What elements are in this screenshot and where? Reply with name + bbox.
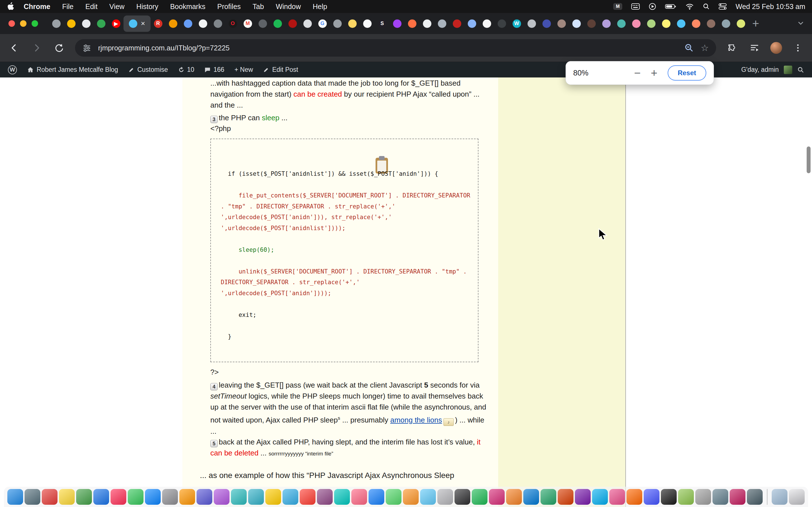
dock-app-icon[interactable] bbox=[351, 489, 367, 505]
tab-search-button[interactable] bbox=[797, 19, 805, 27]
dock-app-icon[interactable] bbox=[472, 489, 488, 505]
browser-tab[interactable]: S bbox=[375, 13, 390, 34]
dock-app-icon[interactable] bbox=[214, 489, 230, 505]
scrollbar-thumb[interactable] bbox=[807, 147, 811, 173]
dock-app-icon[interactable] bbox=[712, 489, 728, 505]
profile-avatar[interactable] bbox=[770, 42, 782, 54]
admin-bar-greeting[interactable]: G'day, admin bbox=[741, 66, 779, 73]
browser-tab[interactable] bbox=[330, 13, 345, 34]
dock-app-icon[interactable] bbox=[403, 489, 419, 505]
dock-app-icon[interactable] bbox=[541, 489, 556, 505]
browser-tab[interactable] bbox=[673, 13, 689, 34]
browser-tab[interactable] bbox=[703, 13, 718, 34]
browser-tab[interactable] bbox=[689, 13, 703, 34]
admin-search-icon[interactable] bbox=[797, 66, 804, 73]
admin-bar-updates[interactable]: 10 bbox=[178, 66, 195, 73]
dock-app-icon[interactable] bbox=[575, 489, 591, 505]
browser-tab[interactable] bbox=[449, 13, 464, 34]
browser-tab-active[interactable]: × bbox=[123, 15, 151, 32]
browser-tab[interactable] bbox=[210, 13, 225, 34]
menu-chrome[interactable]: Chrome bbox=[24, 3, 50, 11]
spotlight-icon[interactable] bbox=[703, 3, 710, 10]
browser-tab[interactable] bbox=[659, 13, 673, 34]
menubar-app-badge-icon[interactable]: M bbox=[613, 3, 622, 10]
browser-tab[interactable] bbox=[644, 13, 659, 34]
browser-tab[interactable] bbox=[165, 13, 181, 34]
close-window-button[interactable] bbox=[8, 20, 15, 27]
dock-app-icon[interactable] bbox=[283, 489, 298, 505]
browser-tab[interactable] bbox=[479, 13, 494, 34]
dock-app-icon[interactable] bbox=[747, 489, 763, 505]
menu-tab[interactable]: Tab bbox=[253, 3, 264, 11]
url-text[interactable]: rjmprogramming.com.au/ITblog/?p=72225 bbox=[98, 44, 677, 52]
zoom-indicator-icon[interactable] bbox=[684, 43, 694, 53]
dock-app-icon[interactable] bbox=[197, 489, 212, 505]
dock-app-icon[interactable] bbox=[661, 489, 677, 505]
dock-app-icon[interactable] bbox=[386, 489, 402, 505]
dock-app-icon[interactable] bbox=[592, 489, 608, 505]
browser-tab[interactable] bbox=[405, 13, 419, 34]
dock-app-icon[interactable] bbox=[609, 489, 625, 505]
reload-button[interactable] bbox=[52, 41, 66, 55]
wifi-icon[interactable] bbox=[686, 3, 694, 10]
browser-tab[interactable] bbox=[255, 13, 270, 34]
browser-tab[interactable] bbox=[524, 13, 539, 34]
dock-app-icon[interactable] bbox=[334, 489, 350, 505]
dock-app-icon[interactable] bbox=[730, 489, 746, 505]
dock-app-icon[interactable] bbox=[317, 489, 333, 505]
dock-app-icon[interactable] bbox=[644, 489, 659, 505]
back-button[interactable] bbox=[7, 41, 21, 55]
browser-tab[interactable] bbox=[435, 13, 449, 34]
admin-bar-customise[interactable]: Customise bbox=[128, 66, 168, 73]
dock-app-icon[interactable] bbox=[455, 489, 470, 505]
browser-tab[interactable] bbox=[718, 13, 733, 34]
dock-app-icon[interactable] bbox=[437, 489, 453, 505]
browser-tab[interactable] bbox=[599, 13, 614, 34]
browser-tab[interactable]: W bbox=[509, 13, 524, 34]
admin-bar-comments[interactable]: 166 bbox=[204, 66, 224, 73]
menu-bookmarks[interactable]: Bookmarks bbox=[170, 3, 205, 11]
browser-tab[interactable] bbox=[464, 13, 479, 34]
site-settings-icon[interactable] bbox=[82, 43, 91, 52]
browser-tab[interactable] bbox=[494, 13, 509, 34]
close-tab-icon[interactable]: × bbox=[141, 19, 145, 28]
dock-app-icon[interactable] bbox=[145, 489, 161, 505]
browser-tab[interactable]: M bbox=[240, 13, 255, 34]
menu-help[interactable]: Help bbox=[313, 3, 327, 11]
control-center-icon[interactable] bbox=[719, 3, 726, 10]
dock-app-icon[interactable] bbox=[7, 489, 23, 505]
bookmark-star-icon[interactable]: ☆ bbox=[701, 43, 709, 53]
browser-tab[interactable] bbox=[345, 13, 360, 34]
dock-app-icon[interactable] bbox=[59, 489, 75, 505]
browser-tab[interactable] bbox=[614, 13, 629, 34]
browser-tab[interactable] bbox=[94, 13, 109, 34]
apple-menu[interactable] bbox=[7, 2, 14, 11]
menu-file[interactable]: File bbox=[62, 3, 73, 11]
zoom-window-button[interactable] bbox=[32, 20, 38, 27]
dock-trash-icon[interactable] bbox=[789, 489, 805, 505]
browser-tab[interactable] bbox=[270, 13, 285, 34]
browser-tab[interactable]: O bbox=[225, 13, 240, 34]
menu-edit[interactable]: Edit bbox=[86, 3, 98, 11]
browser-tab[interactable] bbox=[629, 13, 644, 34]
browser-tab[interactable] bbox=[64, 13, 79, 34]
dock-app-icon[interactable] bbox=[93, 489, 109, 505]
browser-tab[interactable] bbox=[195, 13, 210, 34]
browser-tab[interactable]: R bbox=[151, 13, 165, 34]
admin-bar-edit-post[interactable]: Edit Post bbox=[263, 66, 298, 73]
menu-window[interactable]: Window bbox=[276, 3, 301, 11]
wp-logo[interactable]: W bbox=[8, 65, 17, 74]
dock-app-icon[interactable] bbox=[420, 489, 436, 505]
browser-tab[interactable] bbox=[360, 13, 375, 34]
battery-icon[interactable] bbox=[665, 4, 676, 9]
dock-app-icon[interactable] bbox=[523, 489, 539, 505]
menu-view[interactable]: View bbox=[109, 3, 124, 11]
dock-app-icon[interactable] bbox=[179, 489, 195, 505]
dock-app-icon[interactable] bbox=[626, 489, 642, 505]
admin-bar-new[interactable]: + New bbox=[235, 66, 253, 73]
play-icon[interactable] bbox=[649, 3, 656, 10]
browser-menu-icon[interactable] bbox=[791, 41, 805, 55]
dock-app-icon[interactable] bbox=[248, 489, 264, 505]
inline-link[interactable]: among the lions bbox=[390, 416, 442, 424]
menubar-clock[interactable]: Wed 25 Feb 10:53 am bbox=[735, 3, 805, 11]
